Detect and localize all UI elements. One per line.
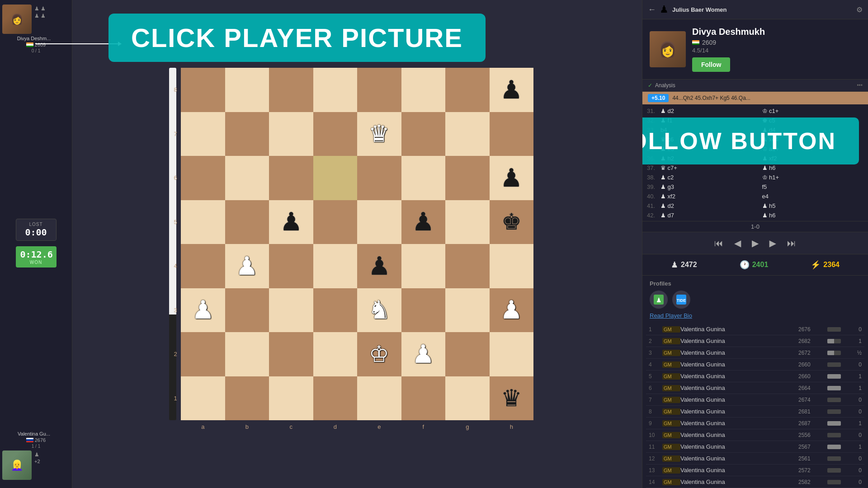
move-black[interactable]: ♔ h1+: [762, 174, 864, 181]
cell-h5[interactable]: ♚: [490, 200, 534, 244]
move-row[interactable]: 41. ♟ d2 ♟ h5: [642, 201, 868, 211]
cell-f7[interactable]: [401, 112, 446, 156]
cell-g6[interactable]: [445, 156, 490, 200]
cell-d1[interactable]: [313, 376, 358, 421]
cell-d2[interactable]: [313, 332, 358, 376]
results-row[interactable]: 1 GM Valentina Gunina 2676 0: [646, 324, 864, 335]
cell-a6[interactable]: [181, 156, 225, 200]
cell-e5[interactable]: [357, 200, 401, 244]
cell-f4[interactable]: [401, 244, 446, 288]
cell-c1[interactable]: [269, 376, 313, 421]
cell-a5[interactable]: [181, 200, 225, 244]
move-row[interactable]: 31. ♟ d2 ♔ c1+: [642, 106, 868, 116]
results-row[interactable]: 14 GM Valentina Gunina 2582 0: [646, 476, 864, 488]
results-row[interactable]: 10 GM Valentina Gunina 2556 0: [646, 429, 864, 441]
cell-g7[interactable]: [445, 112, 490, 156]
results-row[interactable]: 7 GM Valentina Gunina 2674 0: [646, 394, 864, 406]
cell-h7[interactable]: [490, 112, 534, 156]
cell-h6[interactable]: ♟: [490, 156, 534, 200]
cell-e6[interactable]: [357, 156, 401, 200]
move-white[interactable]: ♟ g3: [660, 183, 762, 190]
next-move-button[interactable]: ◀: [766, 236, 780, 250]
prev-move-button[interactable]: ◀: [731, 236, 745, 250]
cell-b2[interactable]: [225, 332, 269, 376]
cell-b7[interactable]: [225, 112, 269, 156]
player-bottom-avatar[interactable]: 👱‍♀️: [2, 450, 32, 480]
move-white[interactable]: ♟ d7: [660, 212, 762, 219]
cell-f5[interactable]: ♟: [401, 200, 446, 244]
cell-b8[interactable]: [225, 68, 269, 112]
cell-a2[interactable]: [181, 332, 225, 376]
play-button[interactable]: ▶: [748, 236, 762, 250]
move-white[interactable]: ♟ d2: [660, 202, 762, 209]
move-white[interactable]: ♛ c7+: [660, 164, 762, 171]
results-row[interactable]: 2 GM Valentina Gunina 2682 1: [646, 335, 864, 347]
cell-a7[interactable]: [181, 112, 225, 156]
move-row[interactable]: 39. ♟ g3 f5: [642, 182, 868, 192]
cell-d8[interactable]: [313, 68, 358, 112]
cell-a8[interactable]: [181, 68, 225, 112]
move-black[interactable]: ♟ h6: [762, 212, 864, 219]
results-row[interactable]: 3 GM Valentina Gunina 2672 ½: [646, 347, 864, 359]
cell-c3[interactable]: [269, 288, 313, 333]
cell-g2[interactable]: [445, 332, 490, 376]
cell-h3[interactable]: ♟: [490, 288, 534, 333]
move-black[interactable]: ♟ h6: [762, 164, 864, 171]
player-top-avatar[interactable]: 👩: [2, 5, 32, 34]
cell-b1[interactable]: [225, 376, 269, 421]
results-row[interactable]: 9 GM Valentina Gunina 2687 1: [646, 418, 864, 429]
chess-profile-icon[interactable]: ♟: [650, 291, 668, 309]
cell-c6[interactable]: [269, 156, 313, 200]
cell-e4[interactable]: ♟: [357, 244, 401, 288]
move-black[interactable]: e4: [762, 193, 864, 200]
cell-d7[interactable]: [313, 112, 358, 156]
last-move-button[interactable]: ⏭: [783, 236, 800, 250]
move-white[interactable]: ♟ c2: [660, 174, 762, 181]
cell-h8[interactable]: ♟: [490, 68, 534, 112]
cell-h1[interactable]: ♛: [490, 376, 534, 421]
move-row[interactable]: 37. ♛ c7+ ♟ h6: [642, 163, 868, 173]
cell-b6[interactable]: [225, 156, 269, 200]
cell-g5[interactable]: [445, 200, 490, 244]
results-row[interactable]: 4 GM Valentina Gunina 2660 0: [646, 359, 864, 371]
cell-a3[interactable]: ♟: [181, 288, 225, 333]
cell-f8[interactable]: [401, 68, 446, 112]
cell-f1[interactable]: [401, 376, 446, 421]
cell-a4[interactable]: [181, 244, 225, 288]
cell-d3[interactable]: [313, 288, 358, 333]
cell-g1[interactable]: [445, 376, 490, 421]
results-row[interactable]: 5 GM Valentina Gunina 2660 1: [646, 371, 864, 382]
settings-icon[interactable]: ⚙: [856, 5, 863, 14]
read-bio-link[interactable]: Read Player Bio: [650, 312, 861, 319]
move-white[interactable]: ♟ d2: [660, 108, 762, 114]
cell-h4[interactable]: [490, 244, 534, 288]
results-row[interactable]: 8 GM Valentina Gunina 2681 0: [646, 406, 864, 418]
cell-h2[interactable]: [490, 332, 534, 376]
move-black[interactable]: ♔ c1+: [762, 108, 864, 114]
cell-e2[interactable]: ♔: [357, 332, 401, 376]
results-row[interactable]: 6 GM Valentina Gunina 2664 1: [646, 382, 864, 394]
follow-button[interactable]: Follow: [692, 57, 730, 72]
cell-c5[interactable]: ♟: [269, 200, 313, 244]
cell-b3[interactable]: [225, 288, 269, 333]
move-black[interactable]: ♟ h5: [762, 202, 864, 209]
cell-e1[interactable]: [357, 376, 401, 421]
back-button[interactable]: ←: [648, 5, 656, 14]
results-row[interactable]: 12 GM Valentina Gunina 2561 0: [646, 453, 864, 465]
cell-g3[interactable]: [445, 288, 490, 333]
cell-e3[interactable]: ♞: [357, 288, 401, 333]
cell-a1[interactable]: [181, 376, 225, 421]
cell-e7[interactable]: ♛: [357, 112, 401, 156]
cell-c8[interactable]: [269, 68, 313, 112]
cell-b4[interactable]: ♟: [225, 244, 269, 288]
tide-profile-icon[interactable]: TIDE: [672, 291, 690, 309]
cell-g8[interactable]: [445, 68, 490, 112]
cell-f3[interactable]: [401, 288, 446, 333]
cell-e8[interactable]: [357, 68, 401, 112]
results-row[interactable]: 13 GM Valentina Gunina 2572 0: [646, 465, 864, 476]
profile-avatar[interactable]: 👩: [650, 31, 686, 67]
cell-b5[interactable]: [225, 200, 269, 244]
cell-c4[interactable]: [269, 244, 313, 288]
move-row[interactable]: 40. ♟ xf2 e4: [642, 192, 868, 201]
move-row[interactable]: 42. ♟ d7 ♟ h6: [642, 211, 868, 220]
